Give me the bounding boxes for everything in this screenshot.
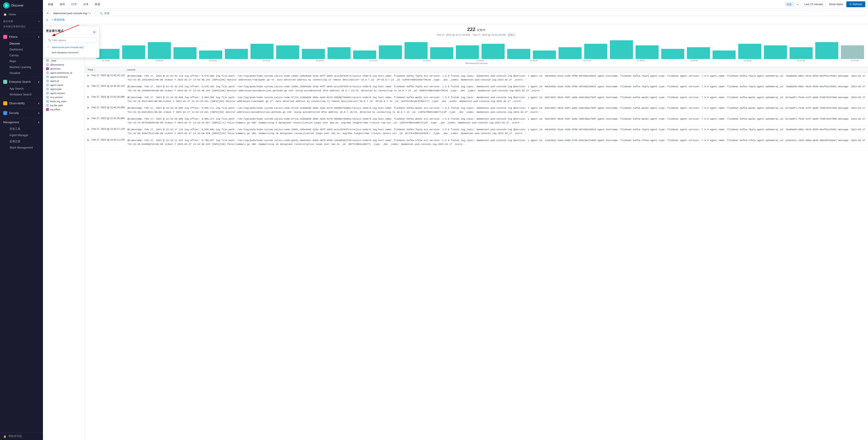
table-row[interactable]: ▶ Feb 27, 2023 @ 22:42:26.068 @timestamp… xyxy=(85,94,868,105)
search-row: ⚙ daemonset-pod-console-log-* ▾ 🔍 xyxy=(46,11,865,16)
field-item-ecs-version[interactable]: t ecs.version xyxy=(45,95,83,99)
field-item-agent-version[interactable]: t agent.version xyxy=(45,91,83,95)
log-text-3: @timestamp: Feb 27, 2023 @ 22:42:26.068 … xyxy=(127,96,865,102)
sidebar-item-visualize[interactable]: Visualize xyxy=(0,70,43,76)
option-empty-check: ✓ xyxy=(47,51,51,54)
field-item-agent-id[interactable]: t agent.id xyxy=(45,79,83,83)
source-column-header[interactable]: _source xyxy=(126,68,865,71)
sidebar-item-app-search[interactable]: App Search xyxy=(0,86,43,92)
table-row[interactable]: ▶ Feb 27, 2023 @ 22:42:32.119 @timestamp… xyxy=(85,72,868,83)
sidebar-help-item[interactable]: 🔒 帮助停导航 xyxy=(0,433,43,440)
index-option-daemonset[interactable]: ✓ daemonset-pod-console-log-* xyxy=(46,45,96,50)
sidebar-item-dev-tools[interactable]: 开发工具 xyxy=(0,126,43,132)
sidebar-item-maps[interactable]: Maps xyxy=(0,58,43,64)
sidebar-item-monitor[interactable]: 监视迁源 xyxy=(0,138,43,145)
field-name-type: _type xyxy=(50,59,56,62)
field-type-at: t xyxy=(46,88,49,90)
filter-options-icon[interactable]: ⊕ xyxy=(46,18,49,22)
time-column-header[interactable]: Time ↑ xyxy=(88,68,126,71)
refresh-button[interactable]: ↻ Refresh xyxy=(846,1,865,7)
field-item-ephemeral-id[interactable]: t agent.ephemeral_id xyxy=(45,71,83,75)
x-label-7: 22:34:00 xyxy=(423,59,431,62)
field-selector-button[interactable]: ≡ xyxy=(796,2,800,6)
svg-rect-16 xyxy=(353,51,376,59)
svg-rect-26 xyxy=(610,40,633,59)
auto-selector[interactable]: 自动 ▾ xyxy=(506,33,516,37)
expand-icon-7[interactable]: ▶ xyxy=(88,139,91,141)
field-type-ev: t xyxy=(46,96,49,98)
app-wrapper: D Discover 🏠 Home 最近查看 ∧ 没有最近查看的项目 K Ki xyxy=(0,0,868,440)
field-name-ecs-version: ecs.version xyxy=(50,96,63,98)
security-header[interactable]: S Security ∨ xyxy=(0,109,43,117)
sidebar-item-canvas[interactable]: Canvas xyxy=(0,53,43,58)
sidebar-item-stack-management[interactable]: Stack Management xyxy=(0,145,43,151)
field-item-log-offset[interactable]: # log.offset xyxy=(45,108,83,112)
open-button[interactable]: 打开 xyxy=(69,2,79,7)
table-row[interactable]: ▶ Feb 27, 2023 @ 22:42:26.068 @timestamp… xyxy=(85,105,868,115)
expand-icon-4[interactable]: ▶ xyxy=(88,106,91,109)
svg-rect-20 xyxy=(456,46,479,59)
security-label-wrap: S Security xyxy=(3,111,19,115)
svg-rect-25 xyxy=(584,44,607,59)
table-row[interactable]: ▶ Feb 27, 2023 @ 22:42:32.119 @timestamp… xyxy=(85,83,868,94)
expand-icon-1[interactable]: ▶ xyxy=(88,74,91,77)
field-item-agent-name[interactable]: t agent.name xyxy=(45,83,83,87)
log-content-6: @timestamp: Feb 27, 2023 @ 22:42:17.118 … xyxy=(127,127,865,135)
recently-viewed-toggle[interactable]: 最近查看 ∧ xyxy=(3,19,40,24)
filter-input-wrap: 🔍 xyxy=(46,37,96,43)
search-input[interactable] xyxy=(104,12,863,15)
index-pattern-selector[interactable]: daemonset-pod-console-log-* ▾ xyxy=(51,11,96,16)
index-mode-icon[interactable]: ⚙ xyxy=(46,11,50,16)
field-item-version[interactable]: # @version xyxy=(45,67,83,71)
sidebar-item-dashboard[interactable]: Dashboard xyxy=(0,47,43,53)
x-label-3: 22:30:00 xyxy=(209,59,217,62)
field-name-log-topic: fields.log_topic xyxy=(50,100,67,102)
kibana-group-header[interactable]: K Kibana ∧ xyxy=(0,33,43,41)
filter-row: ⊕ + 添加筛选 xyxy=(46,18,865,22)
top-toolbar: 新建 保存 打开 共享 检查 KQL ≡ Last 15 minutes Sho… xyxy=(43,0,868,9)
expand-icon-3[interactable]: ▶ xyxy=(88,96,91,98)
enterprise-search-header[interactable]: E Enterprise Search ∨ xyxy=(0,78,43,86)
field-item-agent-type[interactable]: t agent.type xyxy=(45,87,83,91)
observability-group: O Observability ∨ xyxy=(0,99,43,107)
expand-icon-6[interactable]: ▶ xyxy=(88,128,91,130)
field-item-agent-hostname[interactable]: t agent.hostname xyxy=(45,75,83,79)
show-dates-button[interactable]: Show dates xyxy=(828,2,844,7)
sidebar-item-discover[interactable]: Discover xyxy=(0,41,43,47)
table-row[interactable]: ▶ Feb 27, 2023 @ 22:42:17.118 @timestamp… xyxy=(85,126,868,137)
index-option-clavaplus[interactable]: ✓ test-clavaplus-consume* xyxy=(46,50,96,55)
field-item-timestamp[interactable]: t @timestamp xyxy=(45,63,83,67)
table-row[interactable]: ▶ Feb 27, 2023 @ 22:42:26.068 @timestamp… xyxy=(85,116,868,126)
expand-icon-5[interactable]: ▶ xyxy=(88,117,91,120)
add-filter-button[interactable]: + 添加筛选 xyxy=(50,18,66,22)
field-item-log-topic[interactable]: t fields.log_topic xyxy=(45,99,83,103)
dropdown-filter-input[interactable] xyxy=(52,39,94,41)
sidebar-item-ml[interactable]: Machine Learning xyxy=(0,64,43,70)
field-item-log-file-path[interactable]: t log file path xyxy=(45,103,83,108)
table-row[interactable]: ▶ Feb 27, 2023 @ 22:42:11.076 @timestamp… xyxy=(85,137,868,148)
new-button[interactable]: 新建 xyxy=(46,2,56,7)
chart-with-axis: 计数 xyxy=(88,39,865,62)
kibana-group: K Kibana ∧ Discover Dashboard Canvas Map… xyxy=(0,33,43,76)
observability-header[interactable]: O Observability ∨ xyxy=(0,99,43,107)
sidebar-item-ingest-manager[interactable]: Ingest Manager xyxy=(0,132,43,138)
sidebar-item-home[interactable]: 🏠 Home xyxy=(0,11,43,18)
share-button[interactable]: 共享 xyxy=(81,2,91,7)
chart-count-row: 222 次命中 xyxy=(88,26,865,32)
x-label-11: 22:38:00 xyxy=(637,59,645,62)
field-item-type[interactable]: t _type xyxy=(45,59,83,63)
save-button[interactable]: 保存 xyxy=(57,2,67,7)
field-name-log-offset: log.offset xyxy=(50,108,60,111)
x-label-8: 22:35:00 xyxy=(476,59,484,62)
kibana-chevron: ∧ xyxy=(38,35,40,38)
chart-area: 222 次命中 Feb 27, 2023 @ 22:27:34.935 – Fe… xyxy=(85,24,868,67)
expand-icon-2[interactable]: ▶ xyxy=(88,85,91,87)
dropdown-settings-icon[interactable]: ⚙ xyxy=(92,30,96,34)
management-header[interactable]: Management ∧ xyxy=(0,119,43,126)
time-range-display[interactable]: Last 15 minutes xyxy=(802,2,826,7)
sidebar-item-workplace-search[interactable]: Workplace Search xyxy=(0,92,43,97)
inspect-button[interactable]: 检查 xyxy=(93,2,103,7)
log-text-6: @timestamp: Feb 27, 2023 @ 22:42:17.118 … xyxy=(127,128,865,135)
x-label-15: 22:42:00 xyxy=(850,59,859,62)
kql-badge[interactable]: KQL xyxy=(785,2,794,6)
